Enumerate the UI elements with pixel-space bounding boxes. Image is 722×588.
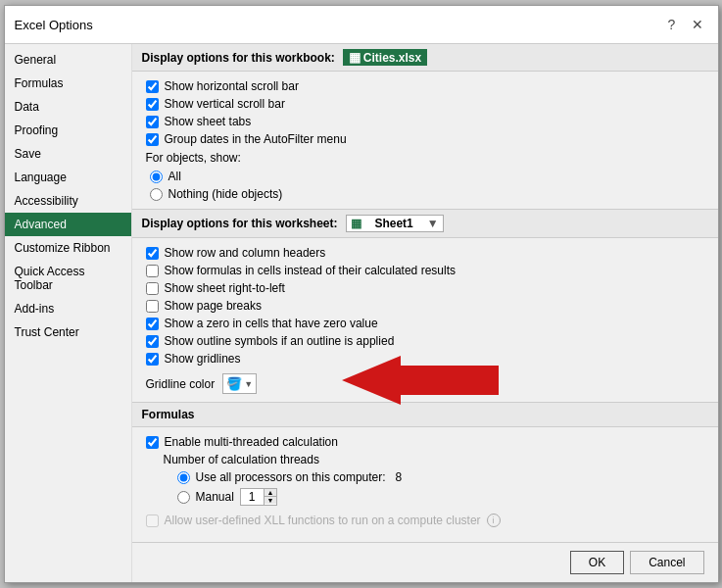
spinner-up-button[interactable]: ▲ — [265, 489, 277, 497]
spinner-controls: ▲ ▼ — [265, 489, 277, 505]
worksheet-checkboxes: Show row and column headers Show formula… — [132, 238, 718, 402]
show-rtl-label[interactable]: Show sheet right-to-left — [165, 281, 285, 295]
show-rtl-checkbox[interactable] — [146, 282, 159, 295]
show-zero-cells-checkbox[interactable] — [146, 318, 159, 330]
show-row-column-headers-checkbox[interactable] — [146, 247, 159, 260]
spinner-down-button[interactable]: ▼ — [265, 497, 277, 504]
ok-button[interactable]: OK — [570, 551, 624, 574]
paint-bucket-icon: 🪣 — [226, 376, 242, 391]
workbook-badge: ▦ Cities.xlsx — [343, 49, 427, 66]
show-gridlines-label[interactable]: Show gridlines — [165, 352, 241, 366]
sidebar-item-add-ins[interactable]: Add-ins — [5, 297, 131, 320]
sidebar-item-save[interactable]: Save — [5, 142, 131, 166]
checkbox-row: Show vertical scroll bar — [146, 95, 704, 113]
use-all-processors-row: Use all processors on this computer: 8 — [146, 468, 704, 486]
threads-label-row: Number of calculation threads — [146, 451, 704, 468]
sidebar-item-trust-center[interactable]: Trust Center — [5, 320, 131, 344]
title-bar: Excel Options ? ✕ — [5, 6, 718, 44]
allow-xll-checkbox[interactable] — [146, 514, 159, 527]
workbook-section-header: Display options for this workbook: ▦ Cit… — [132, 44, 718, 72]
worksheet-header-label: Display options for this worksheet: — [142, 217, 338, 230]
sidebar-item-formulas[interactable]: Formulas — [5, 72, 131, 95]
checkbox-row: Group dates in the AutoFilter menu — [146, 130, 704, 148]
threads-label: Number of calculation threads — [164, 453, 319, 466]
allow-xll-row: Allow user-defined XLL functions to run … — [146, 512, 704, 529]
enable-multithreaded-row: Enable multi-threaded calculation — [146, 433, 704, 451]
show-outline-symbols-label[interactable]: Show outline symbols if an outline is ap… — [165, 334, 395, 348]
processor-count: 8 — [396, 470, 403, 484]
checkbox-row: Show outline symbols if an outline is ap… — [146, 332, 704, 350]
radio-all[interactable] — [150, 171, 163, 183]
show-horizontal-scroll-label[interactable]: Show horizontal scroll bar — [165, 79, 299, 93]
sheet-dropdown[interactable]: ▦ Sheet1 ▼ — [346, 215, 444, 232]
checkbox-row: Show gridlines — [146, 350, 704, 368]
content-area: Display options for this workbook: ▦ Cit… — [132, 44, 718, 582]
sheet-icon: ▦ — [351, 217, 361, 230]
checkbox-row: Show row and column headers — [146, 244, 704, 262]
info-icon[interactable]: i — [487, 514, 501, 527]
radio-nothing[interactable] — [150, 188, 163, 201]
workbook-icon: ▦ — [349, 50, 361, 65]
worksheet-section-header: Display options for this worksheet: ▦ Sh… — [132, 209, 718, 238]
show-horizontal-scroll-checkbox[interactable] — [146, 80, 159, 93]
sidebar-item-data[interactable]: Data — [5, 95, 131, 119]
show-row-column-headers-label[interactable]: Show row and column headers — [165, 246, 326, 260]
enable-multithreaded-label[interactable]: Enable multi-threaded calculation — [165, 435, 338, 449]
checkbox-row: Show a zero in cells that have zero valu… — [146, 315, 704, 332]
use-all-processors-radio[interactable] — [177, 471, 190, 484]
use-all-processors-label[interactable]: Use all processors on this computer: — [196, 470, 386, 484]
show-outline-symbols-checkbox[interactable] — [146, 335, 159, 348]
checkbox-row: Show formulas in cells instead of their … — [146, 262, 704, 279]
radio-nothing-row: Nothing (hide objects) — [146, 185, 704, 203]
show-formulas-label[interactable]: Show formulas in cells instead of their … — [165, 264, 456, 277]
dialog-footer: OK Cancel — [132, 542, 718, 582]
manual-value: 1 — [241, 489, 265, 505]
checkbox-row: Show page breaks — [146, 297, 704, 315]
show-formulas-checkbox[interactable] — [146, 265, 159, 277]
cancel-button[interactable]: Cancel — [630, 551, 703, 574]
formulas-section: Enable multi-threaded calculation Number… — [132, 427, 718, 535]
enable-multithreaded-checkbox[interactable] — [146, 436, 159, 449]
dialog-title: Excel Options — [15, 18, 93, 32]
show-vertical-scroll-label[interactable]: Show vertical scroll bar — [165, 97, 285, 111]
show-page-breaks-label[interactable]: Show page breaks — [165, 299, 262, 313]
sidebar-item-customize-ribbon[interactable]: Customize Ribbon — [5, 236, 131, 260]
radio-all-label[interactable]: All — [168, 170, 181, 183]
gridline-color-button[interactable]: 🪣 ▼ — [222, 373, 257, 394]
for-objects-label: For objects, show: — [146, 148, 704, 168]
sidebar-item-language[interactable]: Language — [5, 166, 131, 189]
show-page-breaks-checkbox[interactable] — [146, 300, 159, 313]
show-vertical-scroll-checkbox[interactable] — [146, 98, 159, 111]
manual-row: Manual 1 ▲ ▼ — [146, 486, 704, 508]
workbook-name: Cities.xlsx — [363, 51, 421, 65]
group-dates-label[interactable]: Group dates in the AutoFilter menu — [165, 132, 347, 146]
scrollable-content[interactable]: Display options for this workbook: ▦ Cit… — [132, 44, 718, 542]
manual-label[interactable]: Manual — [196, 490, 234, 504]
checkbox-row: Show horizontal scroll bar — [146, 77, 704, 95]
sidebar: GeneralFormulasDataProofingSaveLanguageA… — [5, 44, 132, 582]
workbook-header-label: Display options for this workbook: — [142, 51, 335, 65]
sidebar-item-general[interactable]: General — [5, 48, 131, 72]
gridline-color-label: Gridline color — [146, 377, 216, 391]
excel-options-dialog: Excel Options ? ✕ GeneralFormulasDataPro… — [4, 5, 719, 583]
gridline-color-row: Gridline color 🪣 ▼ — [146, 371, 704, 396]
color-dropdown-arrow-icon: ▼ — [244, 379, 253, 389]
checkbox-row: Show sheet tabs — [146, 113, 704, 130]
show-gridlines-checkbox[interactable] — [146, 353, 159, 366]
radio-nothing-label[interactable]: Nothing (hide objects) — [168, 187, 283, 201]
close-button[interactable]: ✕ — [687, 14, 708, 35]
show-sheet-tabs-label[interactable]: Show sheet tabs — [165, 115, 252, 128]
sidebar-item-accessibility[interactable]: Accessibility — [5, 189, 131, 213]
manual-radio[interactable] — [177, 491, 190, 504]
sidebar-item-advanced[interactable]: Advanced — [5, 213, 131, 236]
show-sheet-tabs-checkbox[interactable] — [146, 116, 159, 128]
sidebar-item-proofing[interactable]: Proofing — [5, 119, 131, 142]
dialog-body: GeneralFormulasDataProofingSaveLanguageA… — [5, 44, 718, 582]
sheet-name: Sheet1 — [374, 217, 412, 230]
allow-xll-label[interactable]: Allow user-defined XLL functions to run … — [165, 514, 481, 527]
show-zero-cells-label[interactable]: Show a zero in cells that have zero valu… — [165, 317, 378, 330]
group-dates-checkbox[interactable] — [146, 133, 159, 146]
workbook-checkboxes: Show horizontal scroll bar Show vertical… — [132, 72, 718, 209]
sidebar-item-quick-access-toolbar[interactable]: Quick Access Toolbar — [5, 260, 131, 297]
help-button[interactable]: ? — [661, 14, 683, 35]
